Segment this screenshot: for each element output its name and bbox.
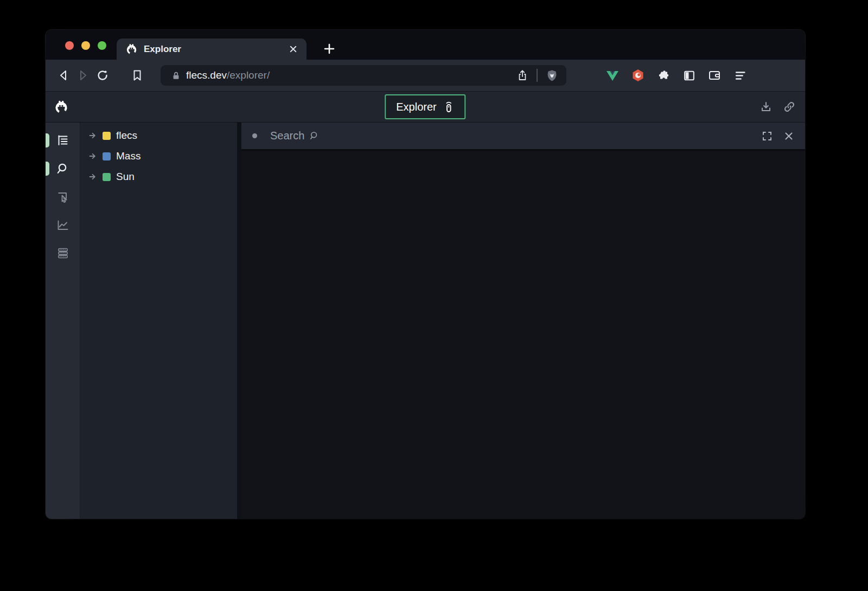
url-text[interactable]: flecs.dev/explorer/ <box>186 69 516 81</box>
browser-window: Explorer <box>46 30 805 519</box>
browser-toolbar: flecs.dev/explorer/ <box>46 60 805 91</box>
query-results-area <box>241 151 805 519</box>
fullscreen-icon[interactable] <box>762 131 773 142</box>
inspect-icon[interactable] <box>56 190 70 204</box>
entity-color-swatch <box>103 152 111 160</box>
zoom-window-button[interactable] <box>98 41 106 50</box>
share-icon[interactable] <box>516 69 529 82</box>
remote-control-icon <box>444 100 455 113</box>
menu-icon[interactable] <box>733 68 747 82</box>
query-search-input[interactable]: Search <box>270 130 320 142</box>
query-header-actions <box>762 131 794 142</box>
flecs-logo-icon[interactable] <box>54 99 69 114</box>
sidebar-toggle-icon[interactable] <box>682 68 696 82</box>
extensions-puzzle-icon[interactable] <box>656 68 671 82</box>
reload-icon[interactable] <box>95 68 110 82</box>
stats-chart-icon[interactable] <box>56 218 70 232</box>
expand-arrow-icon[interactable] <box>88 152 97 160</box>
query-placeholder: Search <box>270 130 304 142</box>
vue-devtools-icon[interactable] <box>605 68 620 82</box>
brave-shield-icon[interactable] <box>545 69 559 82</box>
lock-icon <box>171 71 181 80</box>
browser-tab-explorer[interactable]: Explorer <box>117 38 307 60</box>
back-icon[interactable] <box>56 68 71 82</box>
new-tab-icon[interactable] <box>322 42 336 56</box>
tab-strip: Explorer <box>46 30 805 60</box>
tree-item-sun[interactable]: Sun <box>80 166 237 187</box>
query-status-dot <box>252 133 257 138</box>
explorer-body: flecs Mass Sun <box>46 122 805 519</box>
tree-active-indicator <box>46 133 49 147</box>
minimize-window-button[interactable] <box>81 41 90 50</box>
traffic-lights <box>65 41 106 50</box>
toolbar-divider <box>537 69 538 82</box>
tree-item-mass[interactable]: Mass <box>80 146 237 166</box>
tree-view-icon[interactable] <box>56 133 70 147</box>
tree-item-label: Sun <box>116 171 135 183</box>
close-panel-icon[interactable] <box>784 131 794 141</box>
icon-rail <box>46 123 80 519</box>
tree-item-label: Mass <box>116 150 141 162</box>
entity-tree-panel: flecs Mass Sun <box>80 123 237 519</box>
wallet-icon[interactable] <box>707 68 722 82</box>
download-icon[interactable] <box>760 100 773 113</box>
search-icon[interactable] <box>56 162 70 176</box>
explorer-header-actions <box>760 100 796 113</box>
extensions-group <box>605 68 747 82</box>
hexagon-extension-icon[interactable] <box>631 68 645 82</box>
memory-rows-icon[interactable] <box>56 246 70 260</box>
explorer-title: Explorer <box>396 101 436 113</box>
forward-icon[interactable] <box>76 68 90 82</box>
tab-title: Explorer <box>144 44 289 55</box>
url-domain: flecs.dev <box>186 69 227 81</box>
query-header: Search <box>241 123 805 151</box>
close-tab-icon[interactable] <box>289 44 298 54</box>
expand-arrow-icon[interactable] <box>88 131 97 140</box>
entity-color-swatch <box>103 173 111 181</box>
bookmark-icon[interactable] <box>130 68 144 82</box>
close-window-button[interactable] <box>65 41 74 50</box>
entity-color-swatch <box>103 132 111 140</box>
search-glass-icon <box>309 131 320 141</box>
explorer-header: Explorer <box>46 91 805 122</box>
address-bar[interactable]: flecs.dev/explorer/ <box>161 65 566 86</box>
query-panel: Search <box>241 123 805 519</box>
url-path: /explorer/ <box>227 69 270 81</box>
explorer-title-button[interactable]: Explorer <box>385 94 465 119</box>
link-icon[interactable] <box>783 100 796 113</box>
search-active-indicator <box>46 162 49 176</box>
tree-item-label: flecs <box>116 130 137 142</box>
panel-splitter[interactable] <box>237 123 241 519</box>
expand-arrow-icon[interactable] <box>88 172 97 181</box>
flecs-favicon <box>125 43 138 55</box>
tree-item-flecs[interactable]: flecs <box>80 125 237 146</box>
